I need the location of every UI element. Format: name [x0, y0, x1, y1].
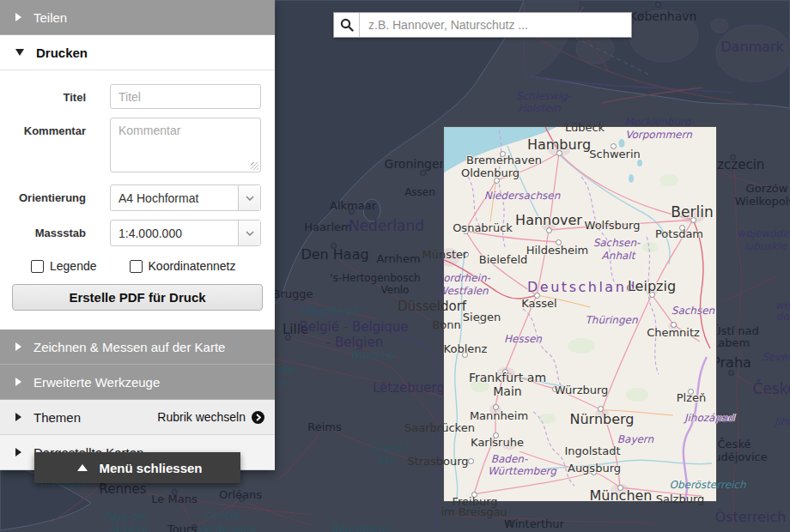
sidebar: Teilen Drucken Titel Kommentar Orientier…	[0, 0, 275, 470]
titel-input[interactable]	[110, 84, 261, 109]
chevron-right-icon	[15, 448, 21, 456]
section-zeichnen-messen[interactable]: Zeichnen & Messen auf der Karte	[0, 329, 275, 365]
orientierung-label: Orientierung	[0, 184, 86, 204]
chevron-right-icon	[15, 413, 21, 421]
orientierung-select[interactable]: A4 Hochformat	[110, 184, 261, 211]
massstab-select[interactable]: 1:4.000.000	[110, 220, 261, 246]
rubrik-wechseln-label: Rubrik wechseln	[157, 410, 246, 424]
titel-label: Titel	[0, 84, 86, 104]
section-teilen-label: Teilen	[33, 10, 67, 25]
section-zeichnen-label: Zeichnen & Messen auf der Karte	[33, 340, 225, 354]
section-themen[interactable]: Themen Rubrik wechseln	[0, 400, 275, 435]
chevron-right-icon	[15, 378, 21, 386]
menu-close-label: Menü schliessen	[99, 461, 202, 475]
orientierung-value: A4 Hochformat	[111, 191, 238, 205]
section-erweiterte-label: Erweiterte Werkzeuge	[33, 375, 160, 390]
search-button[interactable]	[334, 13, 360, 37]
preview-map	[444, 127, 716, 501]
legende-checkbox[interactable]	[31, 260, 44, 273]
section-erweiterte-werkzeuge[interactable]: Erweiterte Werkzeuge	[0, 365, 275, 400]
select-chevron-icon	[238, 221, 260, 245]
print-preview-area: VorpommernHamburgSchwerinBremerhavenOlde…	[443, 126, 717, 502]
massstab-label: Massstab	[0, 220, 86, 239]
kommentar-label: Kommentar	[0, 118, 86, 137]
koordinatennetz-label: Koordinatennetz	[149, 259, 236, 273]
rubrik-wechseln-link[interactable]: Rubrik wechseln	[157, 410, 264, 424]
search-input[interactable]	[360, 13, 631, 37]
section-themen-label: Themen	[33, 410, 81, 425]
create-pdf-button[interactable]: Erstelle PDF für Druck	[12, 284, 263, 311]
print-form: Titel Kommentar Orientierung A4 Hochform…	[0, 70, 275, 329]
legende-label: Legende	[50, 259, 97, 273]
chevron-right-icon	[15, 342, 21, 351]
arrow-circle-icon	[252, 411, 264, 424]
chevron-down-icon	[15, 49, 24, 56]
search-bar	[333, 12, 632, 38]
menu-close-button[interactable]: Menü schliessen	[34, 452, 240, 483]
kommentar-textarea[interactable]	[110, 118, 261, 172]
section-drucken[interactable]: Drucken	[0, 35, 275, 70]
section-drucken-label: Drucken	[36, 45, 88, 60]
koordinatennetz-checkbox[interactable]	[130, 260, 143, 273]
select-chevron-icon	[238, 185, 260, 210]
map-canvas[interactable]: KøbenhavnDanmarkSchleswig-HolsteinMeckle…	[0, 0, 790, 532]
search-icon	[340, 18, 354, 32]
section-teilen[interactable]: Teilen	[0, 0, 275, 35]
triangle-up-icon	[77, 464, 88, 471]
massstab-value: 1:4.000.000	[111, 227, 238, 240]
chevron-right-icon	[15, 13, 21, 21]
